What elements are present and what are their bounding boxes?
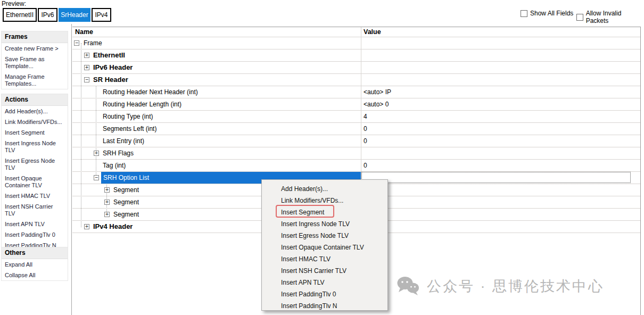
expand-icon[interactable]: + [94,151,99,156]
sidebar-item[interactable]: Insert APN TLV [2,219,68,229]
expand-icon[interactable]: + [104,187,110,193]
expand-icon[interactable]: + [84,65,89,70]
sidebar-item[interactable]: Insert PaddingTlv 0 [2,229,68,240]
row-value[interactable]: 0 [364,135,367,147]
table-row[interactable]: +EthernetII [72,49,640,62]
row-value[interactable]: <auto> 0 [364,98,389,110]
allow-invalid-packets-checkbox[interactable] [576,14,583,21]
expand-icon[interactable]: + [84,53,89,58]
sidebar-section-others: OthersExpand AllCollapse All [1,247,68,281]
sidebar-item[interactable]: Insert Segment [2,127,68,138]
section-title: Actions [2,94,68,106]
row-value[interactable]: 0 [364,160,367,171]
row-name: EthernetII [93,49,125,61]
show-all-fields-checkbox[interactable] [521,10,527,17]
row-value[interactable]: 0 [364,123,367,135]
table-row[interactable]: Segments Left (int)0 [72,123,640,135]
row-name: Last Entry (int) [103,135,144,147]
menu-item-insert-hmac-tlv[interactable]: Insert HMAC TLV [262,253,387,265]
table-row[interactable]: Routing Header Length (int)<auto> 0 [72,98,640,111]
menu-item-add-header-s[interactable]: Add Header(s)... [262,183,387,195]
row-name: Segment [113,209,139,220]
table-row[interactable]: −Frame [72,37,640,49]
tab-ipv6[interactable]: IPv6 [38,8,57,22]
row-value[interactable]: <auto> IP [364,86,391,98]
tab-srheader[interactable]: SrHeader [59,8,90,22]
expand-icon[interactable]: + [104,212,110,217]
sidebar-item[interactable]: Insert HMAC TLV [2,190,68,201]
row-name: SR Header [93,74,128,86]
sidebar-item[interactable]: Save Frame as Template... [2,54,68,71]
value-column-header: Value [364,27,381,37]
collapse-icon[interactable]: − [74,40,79,46]
section-title: Frames [2,31,68,43]
context-menu: Add Header(s)...Link Modifiers/VFDs...In… [261,179,388,311]
row-name: Tag (int) [103,160,126,171]
row-name: Segment [113,196,139,208]
row-name: Routing Header Length (int) [103,98,181,110]
sidebar-item[interactable]: Link Modifiers/VFDs... [2,117,68,127]
table-row[interactable]: −SR Header [72,74,640,86]
section-title: Others [2,247,68,259]
value-cell-focus-rect[interactable] [361,172,631,183]
table-row[interactable]: Routing Header Next Header (int)<auto> I… [72,86,640,98]
collapse-icon[interactable]: − [84,77,89,82]
allow-invalid-packets-label: Allow Invalid Packets [586,10,644,24]
menu-item-insert-opaque-container-tlv[interactable]: Insert Opaque Container TLV [262,242,387,253]
sidebar-item[interactable]: Insert Ingress Node TLV [2,138,68,155]
row-name: SRH Flags [103,147,134,159]
name-column-header: Name [75,27,93,37]
table-row[interactable]: +IPv6 Header [72,62,640,74]
wechat-icon [396,276,420,297]
row-name: Segment [113,184,139,196]
table-row[interactable]: +SRH Flags [72,147,640,160]
sidebar-item[interactable]: Expand All [2,259,68,270]
sidebar-item[interactable]: Insert Egress Node TLV [2,155,68,173]
tab-ethernetii[interactable]: EthernetII [3,8,37,22]
menu-item-insert-ingress-node-tlv[interactable]: Insert Ingress Node TLV [262,218,387,230]
watermark: 公众号 · 思博伦技术中心 [396,276,604,297]
row-name: Routing Type (int) [103,111,153,122]
preview-label: Preview: [2,0,26,7]
watermark-text: 公众号 · 思博伦技术中心 [427,277,604,296]
row-name: Segments Left (int) [103,123,156,135]
expand-icon[interactable]: + [84,224,89,229]
sidebar-section-actions: ActionsAdd Header(s)...Link Modifiers/VF… [1,94,68,251]
menu-item-insert-nsh-carrier-tlv[interactable]: Insert NSH Carrier TLV [262,265,387,277]
row-name: Routing Header Next Header (int) [103,86,198,98]
menu-item-insert-segment[interactable]: Insert Segment [262,206,387,218]
collapse-icon[interactable]: − [94,175,99,180]
sidebar-item[interactable]: Manage Frame Templates... [2,71,68,89]
table-header: Name Value [72,27,640,37]
show-all-fields-option: Show All Fields [521,10,573,17]
table-row[interactable]: Routing Type (int)4 [72,111,640,123]
sidebar-section-frames: FramesCreate new Frame >Save Frame as Te… [1,31,68,89]
sidebar-item[interactable]: Insert Opaque Container TLV [2,173,68,190]
sidebar-divider [71,24,72,315]
show-all-fields-label: Show All Fields [530,10,573,17]
menu-item-insert-apn-tlv[interactable]: Insert APN TLV [262,277,387,288]
sidebar-item[interactable]: Collapse All [2,270,68,280]
frame-editor-window: Preview: EthernetIIIPv6SrHeaderIPv4 Show… [0,0,644,315]
row-name: IPv6 Header [93,62,133,73]
sidebar-item[interactable]: Create new Frame > [2,43,68,54]
menu-item-insert-paddingtlv-0[interactable]: Insert PaddingTlv 0 [262,288,387,300]
table-row[interactable]: Last Entry (int)0 [72,135,640,147]
menu-item-insert-egress-node-tlv[interactable]: Insert Egress Node TLV [262,230,387,242]
row-value[interactable]: 4 [364,111,367,122]
sidebar-item[interactable]: Insert NSH Carrier TLV [2,201,68,219]
expand-icon[interactable]: + [104,200,110,205]
table-row[interactable]: Tag (int)0 [72,160,640,172]
tab-ipv4[interactable]: IPv4 [92,8,111,22]
sidebar-item[interactable]: Add Header(s)... [2,106,68,117]
row-name: IPv4 Header [93,221,133,233]
menu-item-link-modifiers-vfds[interactable]: Link Modifiers/VFDs... [262,195,387,206]
row-name: Frame [84,37,102,49]
allow-invalid-packets-option: Allow Invalid Packets [576,10,644,24]
menu-item-insert-paddingtlv-n[interactable]: Insert PaddingTlv N [262,300,387,312]
